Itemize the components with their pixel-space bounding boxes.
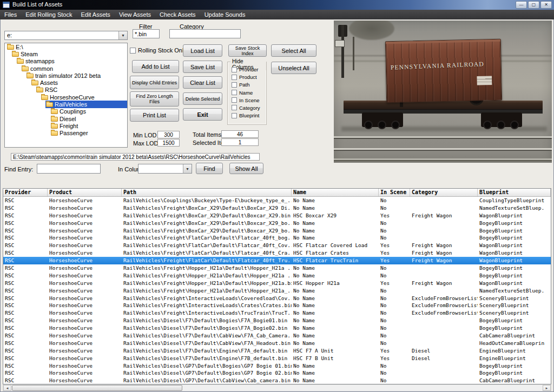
tree-item-steam[interactable]: Steam — [5, 50, 127, 57]
min-lod-input[interactable]: 300 — [157, 131, 180, 138]
table-row[interactable]: RSCHorseshoeCurveRailVehicles\Diesel\F7\… — [3, 347, 551, 355]
table-row[interactable]: RSCHorseshoeCurveRailVehicles\Diesel\GP7… — [3, 369, 551, 377]
hide-column-checkbox-product[interactable]: Product — [232, 74, 265, 80]
checkbox-icon[interactable] — [232, 75, 237, 80]
show-all-button[interactable]: Show All — [229, 163, 263, 174]
directory-tree[interactable]: E:\Steamsteamappscommontrain simulator 2… — [4, 43, 128, 148]
unselect-all-button[interactable]: Unselect All — [271, 62, 316, 74]
wheel — [378, 121, 386, 129]
horizontal-scrollbar[interactable]: ◄ ► — [3, 384, 551, 391]
table-row[interactable]: RSCHorseshoeCurveRailVehicles\Diesel\F7\… — [3, 317, 551, 324]
hide-column-checkbox-blueprint[interactable]: Blueprint — [232, 112, 265, 118]
table-row[interactable]: RSCHorseshoeCurveRailVehicles\Freight\Bo… — [3, 220, 551, 227]
table-row[interactable]: RSCHorseshoeCurveRailVehicles\Diesel\GP7… — [3, 362, 551, 370]
menu-item-view-assets[interactable]: View Assets — [115, 10, 155, 19]
column-header-product[interactable]: Product — [48, 189, 122, 196]
maximize-button[interactable]: ▢ — [528, 1, 539, 9]
table-row[interactable]: RSCHorseshoeCurveRailVehicles\Freight\In… — [3, 302, 551, 309]
table-row[interactable]: RSCHorseshoeCurveRailVehicles\Freight\Ho… — [3, 287, 551, 295]
save-stock-index-button[interactable]: Save Stock Index — [228, 44, 267, 57]
table-row[interactable]: RSCHorseshoeCurveRailVehicles\Freight\Fl… — [3, 257, 551, 264]
chevron-down-icon[interactable]: ▼ — [118, 31, 127, 39]
table-row[interactable]: RSCHorseshoeCurveRailVehicles\Diesel\GP7… — [3, 377, 551, 384]
hide-column-checkbox-provider[interactable]: Provider — [232, 67, 265, 72]
column-header-blueprint[interactable]: Blueprint — [478, 189, 551, 196]
column-header-provider[interactable]: Provider — [3, 189, 48, 196]
tree-item-railvehicles[interactable]: RailVehicles — [5, 101, 127, 108]
table-row[interactable]: RSCHorseshoeCurveRailVehicles\Diesel\F7\… — [3, 332, 551, 340]
tree-item-diesel[interactable]: Diesel — [5, 115, 127, 122]
scroll-left-arrow-icon[interactable]: ◄ — [3, 385, 11, 391]
checkbox-icon[interactable] — [232, 90, 237, 95]
tree-item-rsc[interactable]: RSC — [5, 87, 127, 94]
menu-item-edit-assets[interactable]: Edit Assets — [76, 10, 114, 19]
table-row[interactable]: RSCHorseshoeCurveRailVehicles\Freight\Ho… — [3, 272, 551, 280]
table-row[interactable]: RSCHorseshoeCurveRailVehicles\Freight\Fl… — [3, 249, 551, 257]
table-row[interactable]: RSCHorseshoeCurveRailVehicles\Diesel\F7\… — [3, 324, 551, 332]
in-column-selector[interactable]: ▼ — [138, 164, 192, 174]
checkbox-icon[interactable] — [232, 113, 237, 118]
hide-column-checkbox-path[interactable]: Path — [232, 82, 265, 88]
exit-button[interactable]: Exit — [183, 108, 222, 121]
max-lod-input[interactable]: 1500 — [157, 139, 180, 147]
tree-item-horseshoecurve[interactable]: HorseshoeCurve — [5, 94, 127, 101]
find-zero-length-files-button[interactable]: Find Zero Length Files — [130, 91, 179, 107]
delete-selected-button[interactable]: Delete Selected — [183, 92, 222, 105]
table-row[interactable]: RSCHorseshoeCurveRailVehicles\Freight\In… — [3, 309, 551, 317]
table-row[interactable]: RSCHorseshoeCurveRailVehicles\Freight\Fl… — [3, 234, 551, 242]
rolling-stock-only-checkbox[interactable]: Rolling Stock Only — [130, 47, 187, 54]
checkbox-icon[interactable] — [130, 48, 136, 54]
hide-column-checkbox-name[interactable]: Name — [232, 90, 265, 96]
tree-item-couplings[interactable]: Couplings — [5, 108, 127, 115]
category-input[interactable] — [169, 29, 241, 38]
menu-item-edit-rolling-stock[interactable]: Edit Rolling Stock — [21, 10, 76, 19]
display-child-entries-button[interactable]: Display Child Entries — [130, 76, 179, 89]
menu-item-update-sounds[interactable]: Update Sounds — [200, 10, 250, 19]
table-row[interactable]: RSCHorseshoeCurveRailVehicles\Freight\Ho… — [3, 280, 551, 287]
table-row[interactable]: RSCHorseshoeCurveRailVehicles\Couplings\… — [3, 197, 551, 204]
tree-item-train-simulator-2012-beta[interactable]: train simulator 2012 beta — [5, 72, 127, 79]
tree-item-steamapps[interactable]: steamapps — [5, 58, 127, 65]
checkbox-icon[interactable] — [232, 97, 237, 103]
filter-input[interactable] — [133, 29, 160, 38]
tree-item-freight[interactable]: Freight — [5, 122, 127, 129]
table-row[interactable]: RSCHorseshoeCurveRailVehicles\Freight\Fl… — [3, 242, 551, 249]
load-list-button[interactable]: Load List — [183, 44, 222, 57]
table-row[interactable]: RSCHorseshoeCurveRailVehicles\Freight\Bo… — [3, 204, 551, 212]
checkbox-icon[interactable] — [232, 82, 237, 88]
minimize-button[interactable]: — — [516, 1, 527, 9]
checkbox-icon[interactable] — [232, 105, 237, 110]
drive-selector[interactable]: e: ▼ — [4, 31, 128, 40]
column-header-category[interactable]: Category — [410, 189, 478, 196]
menu-item-check-assets[interactable]: Check Assets — [155, 10, 200, 19]
table-row[interactable]: RSCHorseshoeCurveRailVehicles\Freight\Ho… — [3, 264, 551, 272]
table-row[interactable]: RSCHorseshoeCurveRailVehicles\Freight\Bo… — [3, 212, 551, 220]
column-header-path[interactable]: Path — [122, 189, 292, 196]
close-button[interactable]: ✕ — [540, 1, 552, 9]
scroll-right-arrow-icon[interactable]: ► — [543, 385, 551, 391]
find-button[interactable]: Find — [196, 163, 223, 174]
chevron-down-icon[interactable]: ▼ — [183, 164, 192, 173]
menu-item-files[interactable]: Files — [0, 10, 21, 19]
tree-item-assets[interactable]: Assets — [5, 79, 127, 86]
select-all-button[interactable]: Select All — [271, 44, 316, 57]
print-list-button[interactable]: Print List — [130, 109, 179, 122]
column-header-name[interactable]: Name — [292, 189, 379, 196]
checkbox-icon[interactable] — [232, 67, 237, 72]
tree-item-e[interactable]: E:\ — [5, 43, 127, 50]
tree-item-passenger[interactable]: Passenger — [5, 130, 127, 137]
title-bar[interactable]: Build List of Assets — ▢ ✕ — [0, 0, 554, 10]
save-list-button[interactable]: Save List — [183, 61, 222, 73]
hide-column-checkbox-category[interactable]: Category — [232, 105, 265, 111]
tree-item-common[interactable]: common — [5, 65, 127, 72]
table-row[interactable]: RSCHorseshoeCurveRailVehicles\Freight\In… — [3, 295, 551, 302]
table-row[interactable]: RSCHorseshoeCurveRailVehicles\Diesel\F7\… — [3, 340, 551, 347]
column-header-in-scene[interactable]: In Scene — [379, 189, 410, 196]
table-row[interactable]: RSCHorseshoeCurveRailVehicles\Diesel\F7\… — [3, 355, 551, 362]
hide-column-checkbox-in-scene[interactable]: In Scene — [232, 97, 265, 103]
table-row[interactable]: RSCHorseshoeCurveRailVehicles\Freight\Bo… — [3, 227, 551, 235]
scrollbar-thumb[interactable] — [12, 385, 182, 391]
find-entry-input[interactable] — [37, 164, 101, 174]
add-to-list-button[interactable]: Add to List — [132, 60, 179, 73]
clear-list-button[interactable]: Clear List — [183, 76, 222, 89]
